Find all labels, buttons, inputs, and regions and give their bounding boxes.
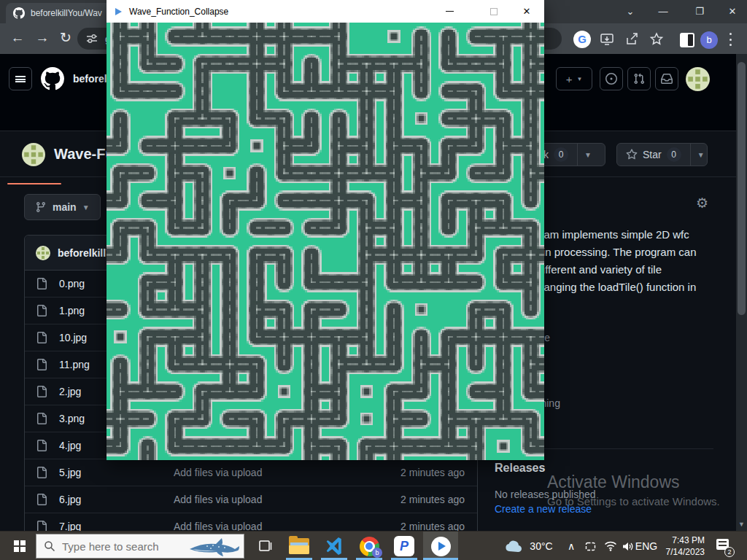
vscode-icon (325, 537, 344, 556)
file-explorer-button[interactable] (283, 532, 315, 560)
branch-selector[interactable]: main ▼ (24, 194, 101, 220)
search-input[interactable] (62, 540, 179, 553)
scrollbar-down-arrow[interactable]: ▼ (736, 521, 747, 528)
star-icon (626, 149, 638, 160)
browser-tab-search-chevron[interactable]: ⌄ (616, 0, 644, 22)
weather-icon[interactable] (502, 532, 525, 560)
fork-count: 0 (554, 147, 568, 162)
hamburger-icon (15, 76, 26, 82)
header-issues-button[interactable] (600, 67, 623, 90)
file-name[interactable]: 4.jpg (59, 440, 81, 451)
chrome-profile-badge: b (372, 548, 382, 558)
search-icon (44, 540, 55, 552)
taskbar-search[interactable] (36, 534, 244, 559)
profile-avatar[interactable]: b (700, 31, 718, 49)
file-icon (36, 278, 47, 289)
start-button[interactable] (6, 532, 34, 560)
create-new-button[interactable]: +▼ (556, 67, 592, 90)
reload-icon[interactable]: ↻ (57, 31, 74, 45)
file-commit-message[interactable]: Add files via upload (174, 494, 262, 505)
file-name[interactable]: 11.png (59, 359, 90, 370)
file-name[interactable]: 6.jpg (59, 494, 81, 505)
browser-minimize-button[interactable]: — (649, 0, 677, 22)
back-icon[interactable]: ← (9, 31, 26, 45)
sketch-maximize-button[interactable] (481, 0, 506, 23)
page-scrollbar[interactable]: ▼ (736, 54, 747, 531)
user-avatar[interactable] (686, 67, 710, 91)
hamburger-menu-button[interactable] (9, 67, 32, 90)
sketch-minimize-button[interactable] (437, 0, 462, 23)
processing-button[interactable]: P (388, 532, 420, 560)
site-settings-icon[interactable] (86, 33, 98, 44)
sketch-titlebar[interactable]: Wave_Function_Collapse ✕ (107, 0, 544, 23)
committer-avatar[interactable] (36, 246, 50, 260)
file-name[interactable]: 10.jpg (59, 332, 87, 343)
clock-time: 7:43 PM (658, 534, 705, 546)
chevron-down-icon: ▼ (576, 76, 582, 82)
browser-menu-icon[interactable] (729, 33, 732, 46)
taskbar-clock[interactable]: 7:43 PM 7/14/2023 (658, 534, 705, 558)
file-commit-time: 2 minutes ago (400, 467, 465, 478)
file-icon (36, 413, 47, 424)
chevron-down-icon: ▼ (82, 203, 90, 211)
bookmark-star-icon[interactable] (649, 32, 664, 47)
forward-icon[interactable]: → (34, 31, 51, 45)
notifications-inbox-button[interactable] (655, 67, 678, 90)
star-count: 0 (667, 147, 681, 162)
language-indicator[interactable]: ENG (633, 532, 659, 560)
branch-name: main (53, 201, 77, 213)
browser-close-button[interactable]: ✕ (719, 0, 746, 22)
install-icon[interactable] (600, 32, 614, 47)
file-icon (36, 494, 47, 505)
task-view-button[interactable] (251, 532, 280, 560)
running-sketch-button[interactable] (423, 532, 458, 560)
browser-tab-title: beforelkillYou/Wav (31, 8, 102, 18)
google-extension-icon[interactable]: G (573, 31, 591, 48)
share-icon[interactable] (624, 32, 639, 47)
wifi-button[interactable] (601, 532, 620, 560)
inbox-icon (661, 73, 673, 85)
tablet-mode-icon[interactable] (581, 532, 600, 560)
wifi-icon (604, 541, 617, 551)
star-button[interactable]: Star 0 ▼ (616, 143, 708, 166)
file-name[interactable]: 3.png (59, 413, 85, 424)
active-tab-underline (7, 183, 61, 184)
vscode-button[interactable] (318, 532, 350, 560)
sketch-close-button[interactable]: ✕ (514, 0, 539, 23)
issues-icon (605, 73, 617, 85)
browser-restore-button[interactable]: ❐ (686, 0, 713, 22)
file-name[interactable]: 5.jpg (59, 467, 81, 478)
file-explorer-icon (289, 538, 309, 554)
notification-badge: 2 (724, 547, 735, 557)
file-name[interactable]: 1.png (59, 305, 85, 316)
file-commit-time: 2 minutes ago (400, 494, 465, 505)
github-logo[interactable] (41, 67, 64, 90)
github-favicon (13, 7, 25, 19)
weather-temp[interactable]: 30°C (527, 532, 556, 560)
side-panel-icon[interactable] (680, 33, 694, 47)
file-icon (36, 467, 47, 478)
table-row: 5.jpg Add files via upload 2 minutes ago (25, 459, 477, 486)
about-settings-gear-icon[interactable]: ⚙ (696, 195, 708, 211)
cloud-icon (504, 540, 523, 553)
star-dropdown[interactable]: ▼ (690, 144, 711, 166)
file-icon (36, 305, 47, 316)
tray-chevron-icon[interactable]: ∧ (563, 532, 579, 560)
file-name[interactable]: 0.png (59, 278, 85, 289)
chrome-button[interactable]: b (353, 532, 385, 560)
releases-heading[interactable]: Releases (495, 462, 545, 475)
branch-icon (35, 201, 47, 213)
sketch-app-icon (115, 8, 122, 15)
sketch-window: Wave_Function_Collapse ✕ (107, 0, 544, 460)
java-app-icon (431, 537, 451, 556)
fork-dropdown[interactable]: ▼ (577, 144, 598, 166)
notification-center-button[interactable]: 2 (715, 537, 732, 555)
file-icon (36, 332, 47, 343)
sketch-window-title: Wave_Function_Collapse (129, 7, 228, 17)
scrollbar-thumb[interactable] (738, 62, 746, 315)
file-commit-message[interactable]: Add files via upload (174, 467, 262, 478)
file-name[interactable]: 2.jpg (59, 386, 81, 397)
header-pull-requests-button[interactable] (627, 67, 651, 90)
activate-windows-watermark: Activate Windows Go to Settings to activ… (547, 472, 720, 508)
clock-date: 7/14/2023 (658, 546, 705, 558)
